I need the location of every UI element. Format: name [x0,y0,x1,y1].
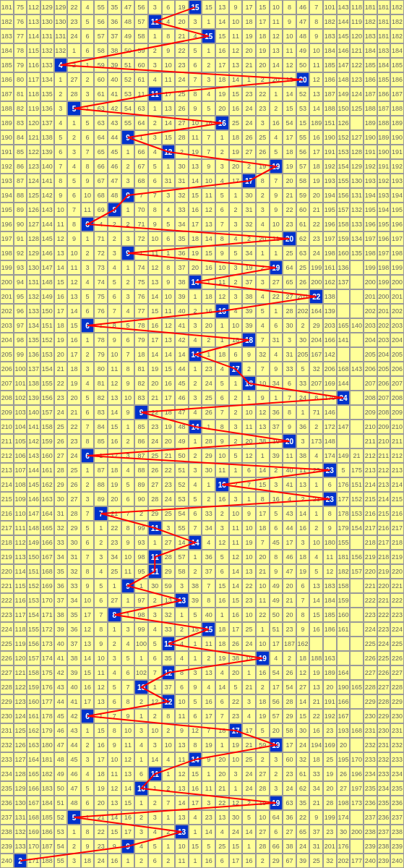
cell: 194 [377,203,391,217]
cell: 18 [54,318,68,333]
cell: 9 [270,203,283,217]
cell: 212 [390,448,404,463]
cell: 150 [337,101,351,116]
cell: 12 [108,781,121,796]
cell: 215 [364,492,377,506]
cell: 1 [81,810,95,825]
cell: 18 [309,752,323,767]
cell: 1 [189,651,202,665]
cell: 125 [27,188,40,203]
cell: 23 [202,362,215,376]
cell: 220 [364,564,377,579]
cell: 12 [215,289,229,304]
cell: 31 [175,174,189,188]
cell: 38 [54,608,68,622]
cell: 17 [81,608,95,622]
cell: 83 [94,405,108,420]
cell: 1 [215,608,229,622]
cell: 10 [175,694,189,709]
cell: 9 [242,347,256,362]
cell: 214 [377,492,391,506]
cell: 20 [242,434,256,448]
cell: 125 [14,723,27,738]
cell: 41 [67,694,81,709]
cell: 18 [242,333,256,347]
cell: 2 [296,492,310,506]
cell: 19 [215,651,229,665]
cell: 5 [81,391,95,405]
cell: 13 [175,738,189,752]
cell: 6 [81,448,95,463]
cell: 162 [40,477,54,492]
cell: 191 [390,145,404,159]
cell: 7 [121,347,135,362]
cell: 32 [175,188,189,203]
cell: 22 [309,217,323,231]
cell: 1 [121,145,135,159]
cell: 15 [189,0,202,14]
cell: 147 [337,420,351,434]
cell: 34 [175,217,189,231]
cell: 155 [337,535,351,550]
cell: 40 [108,72,121,87]
cell: 240 [364,854,377,868]
cell: 154 [40,362,54,376]
cell: 22 [283,203,296,217]
cell: 14 [81,651,95,665]
cell: 2 [202,492,215,506]
cell: 207 [309,376,323,391]
cell: 53 [175,492,189,506]
cell: 15 [256,0,270,14]
cell: 7 [81,145,95,159]
cell: 19 [256,709,270,723]
cell: 182 [390,14,404,29]
cell: 98 [14,333,27,347]
cell: 3 [296,434,310,448]
cell: 81 [94,376,108,391]
cell: 1 [202,420,215,434]
cell: 6 [81,535,95,550]
cell: 9 [121,188,135,203]
cell: 10 [215,260,229,275]
cell: 8 [108,608,121,622]
cell: 189 [390,116,404,130]
cell: 104 [14,420,27,434]
cell: 4 [270,347,283,362]
cell: 19 [189,145,202,159]
cell: 7 [54,159,68,174]
cell: 5 [270,506,283,521]
cell: 197 [364,231,377,246]
cell [350,694,364,709]
cell: 4 [121,304,135,318]
cell: 7 [309,0,323,14]
cell: 9 [270,188,283,203]
cell: 130 [54,14,68,29]
cell: 25 [296,260,310,275]
cell: 37 [202,564,215,579]
cell: 30 [296,333,310,347]
cell: 41 [175,318,189,333]
cell: 82 [94,391,108,405]
cell: 201 [296,289,310,304]
cell [350,622,364,637]
cell: 4 [189,29,202,43]
cell: 10 [54,203,68,217]
cell: 4 [54,116,68,130]
cell: 3 [296,535,310,550]
cell: 16 [54,289,68,304]
cell: 139 [323,304,337,318]
cell: 2 [148,43,162,58]
cell: 63 [94,116,108,130]
cell: 8 [189,87,202,101]
cell: 35 [175,231,189,246]
cell: 16 [108,434,121,448]
cell: 167 [27,796,40,810]
cell: 13 [162,333,176,347]
cell: 109 [14,492,27,506]
cell: 47 [296,14,310,29]
cell: 156 [350,550,364,564]
cell: 88 [134,463,148,477]
cell: 12 [229,550,243,564]
cell: 17 [229,854,243,868]
cell: 213 [390,463,404,477]
